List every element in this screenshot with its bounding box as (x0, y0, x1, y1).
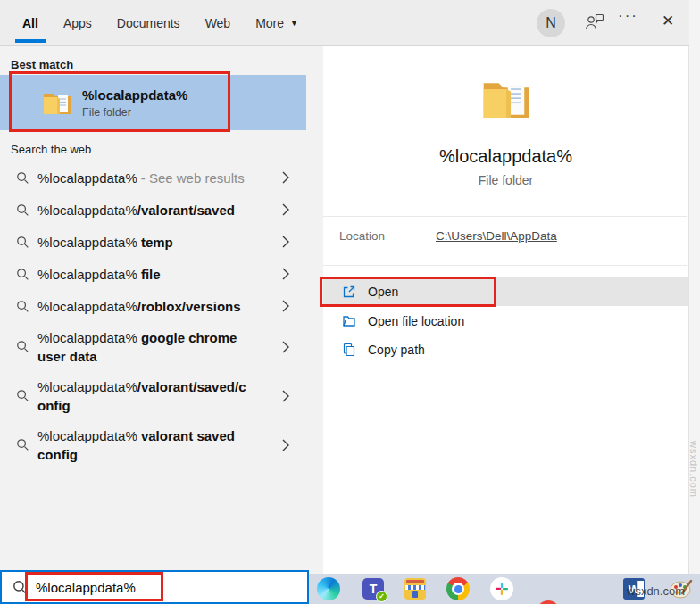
preview-panel: %localappdata% File folder Location C:\U… (323, 46, 689, 574)
divider (323, 216, 688, 217)
search-the-web-header: Search the web (11, 143, 91, 156)
tab-apps[interactable]: Apps (63, 16, 92, 30)
chevron-right-icon (282, 390, 289, 402)
web-suggestion-row[interactable]: %localappdata% file (0, 258, 306, 290)
chevron-right-icon (282, 203, 289, 216)
copy-icon (342, 343, 356, 357)
search-icon (16, 268, 29, 281)
folder-icon-large (482, 79, 530, 120)
chevron-right-icon (282, 341, 289, 353)
results-panel: Best match %localappdata% File folder (0, 46, 323, 574)
chrome-profile-icon[interactable] (537, 600, 560, 604)
location-label: Location (339, 229, 436, 243)
paint-icon[interactable] (669, 577, 692, 600)
folder-icon (43, 91, 71, 115)
store-game-icon[interactable] (404, 577, 427, 600)
action-open-label: Open (368, 285, 398, 299)
best-match-header: Best match (11, 58, 73, 71)
chevron-right-icon (282, 439, 289, 451)
divider (323, 265, 688, 266)
web-suggestion-row[interactable]: %localappdata% valorant saved config (0, 420, 306, 469)
action-open-file-location-label: Open file location (368, 314, 464, 328)
web-suggestion-row[interactable]: %localappdata%/roblox/versions (0, 290, 306, 322)
search-icon (16, 171, 29, 185)
search-box[interactable] (0, 570, 309, 604)
search-tabs: All Apps Documents Web More ▼ (22, 0, 298, 46)
search-icon (16, 340, 29, 353)
action-open-file-location[interactable]: Open file location (323, 307, 688, 335)
location-row: Location C:\Users\Dell\AppData (339, 229, 557, 243)
web-suggestion-row[interactable]: %localappdata%- See web results (0, 161, 306, 194)
tab-documents[interactable]: Documents (117, 16, 180, 30)
search-icon (16, 300, 29, 313)
web-suggestions-list: %localappdata%- See web results %localap… (0, 161, 306, 469)
open-icon (342, 285, 356, 299)
chevron-down-icon: ▼ (290, 19, 298, 28)
edge-icon[interactable] (317, 577, 340, 600)
close-icon[interactable]: ✕ (662, 12, 674, 30)
web-suggestion-row[interactable]: %localappdata% google chrome user data (0, 322, 306, 371)
tab-web[interactable]: Web (205, 16, 231, 30)
windows-search-flyout: All Apps Documents Web More ▼ N ··· ✕ Be… (0, 0, 700, 604)
word-icon[interactable]: W (622, 577, 646, 600)
search-header: All Apps Documents Web More ▼ N ··· ✕ (0, 0, 689, 46)
chevron-right-icon (282, 300, 289, 312)
user-avatar[interactable]: N (537, 9, 565, 37)
action-copy-path-label: Copy path (368, 343, 425, 357)
preview-title: %localappdata% (323, 146, 688, 167)
more-options-icon[interactable]: ··· (618, 7, 638, 25)
slack-icon[interactable] (490, 577, 513, 600)
chrome-icon[interactable] (446, 577, 470, 600)
best-match-title: %localappdata% (82, 87, 188, 103)
feedback-icon[interactable] (584, 12, 605, 32)
watermark-right: wsxdn.com (688, 441, 699, 498)
search-icon (16, 236, 29, 249)
chevron-right-icon (282, 236, 289, 248)
web-suggestion-row[interactable]: %localappdata%/valorant/saved/config (0, 371, 306, 420)
tab-all[interactable]: All (22, 16, 38, 30)
best-match-result[interactable]: %localappdata% File folder (0, 75, 306, 130)
chevron-right-icon (282, 171, 289, 184)
action-open[interactable]: Open (323, 277, 688, 306)
search-icon (16, 203, 29, 217)
best-match-subtitle: File folder (82, 106, 188, 119)
web-suggestion-row[interactable]: %localappdata%/valorant/saved (0, 194, 306, 226)
location-link[interactable]: C:\Users\Dell\AppData (436, 229, 557, 243)
search-icon (16, 389, 29, 402)
web-suggestion-row[interactable]: %localappdata% temp (0, 226, 306, 258)
chevron-right-icon (282, 268, 289, 280)
search-input[interactable] (36, 580, 263, 595)
folder-outline-icon (342, 314, 356, 328)
preview-subtitle: File folder (323, 173, 688, 187)
teams-icon[interactable]: T✓ (362, 577, 385, 600)
search-icon (12, 580, 28, 595)
action-copy-path[interactable]: Copy path (323, 335, 688, 364)
tab-more[interactable]: More ▼ (255, 16, 298, 30)
more-label: More (255, 16, 284, 30)
search-icon (16, 438, 29, 451)
